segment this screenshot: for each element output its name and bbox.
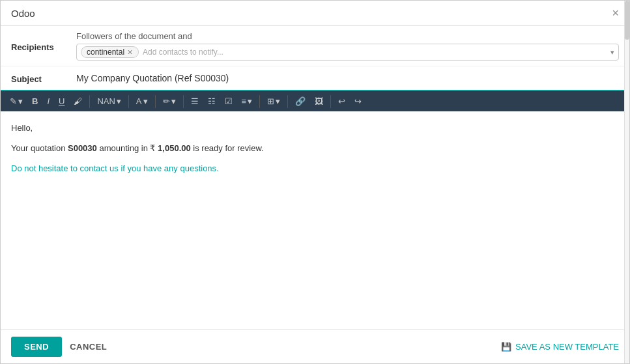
toolbar-brush-button[interactable]: 🖌: [70, 94, 86, 109]
toolbar-separator-6: [287, 95, 288, 108]
editor-body-prefix: Your quotation: [11, 143, 68, 153]
undo-icon: ↩: [338, 96, 345, 106]
font-size-arrow: ▾: [143, 96, 148, 106]
toolbar-underline-button[interactable]: U: [55, 94, 68, 109]
toolbar-separator-5: [259, 95, 260, 108]
toolbar-bold-button[interactable]: B: [28, 94, 42, 109]
wrench-icon: ✎: [10, 96, 17, 106]
align-icon: ≡: [242, 96, 247, 106]
recipients-row: Recipients Followers of the document and…: [1, 26, 629, 66]
modal-title: Odoo: [11, 8, 35, 19]
toolbar-separator-7: [330, 95, 331, 108]
wrench-arrow: ▾: [18, 96, 23, 106]
recipient-tag: continental ✕: [81, 46, 139, 58]
dropdown-arrow-icon[interactable]: ▾: [610, 48, 614, 57]
ul-icon: ☰: [191, 96, 199, 106]
save-template-icon: 💾: [501, 342, 511, 352]
checklist-icon: ☑: [225, 96, 233, 106]
close-button[interactable]: ×: [612, 7, 619, 19]
send-button[interactable]: SEND: [11, 337, 62, 357]
toolbar-align-button[interactable]: ≡ ▾: [238, 94, 257, 109]
toolbar-checklist-button[interactable]: ☑: [221, 94, 236, 109]
toolbar-font-size-button[interactable]: A ▾: [132, 94, 152, 109]
email-editor[interactable]: Hello, Your quotation S00030 amounting i…: [1, 111, 629, 329]
modal-footer: SEND CANCEL 💾 SAVE AS NEW TEMPLATE: [1, 329, 629, 363]
toolbar-ol-button[interactable]: ☷: [204, 94, 220, 109]
brush-icon: 🖌: [74, 96, 82, 106]
editor-toolbar: ✎ ▾ B I U 🖌 NAN ▾ A ▾: [1, 91, 629, 111]
toolbar-link-button[interactable]: 🔗: [291, 94, 309, 109]
link-icon: 🔗: [295, 96, 306, 106]
toolbar-undo-button[interactable]: ↩: [334, 94, 349, 109]
toolbar-image-button[interactable]: 🖼: [311, 94, 327, 109]
toolbar-separator-1: [89, 95, 90, 108]
toolbar-wrench-button[interactable]: ✎ ▾: [6, 94, 27, 109]
subject-input[interactable]: [76, 72, 619, 85]
pen-arrow: ▾: [171, 96, 176, 106]
font-name-label: NAN: [97, 96, 115, 106]
save-template-button[interactable]: 💾 SAVE AS NEW TEMPLATE: [501, 342, 619, 352]
toolbar-ul-button[interactable]: ☰: [187, 94, 203, 109]
toolbar-table-button[interactable]: ⊞ ▾: [263, 94, 284, 109]
followers-text: Followers of the document and: [76, 31, 619, 41]
subject-row: Subject: [1, 66, 629, 91]
bold-icon: B: [32, 96, 38, 106]
contacts-placeholder[interactable]: Add contacts to notify...: [143, 48, 614, 57]
editor-body-amount: 1,050.00: [158, 143, 191, 153]
scrollbar-thumb[interactable]: [625, 1, 629, 40]
ol-icon: ☷: [208, 96, 216, 106]
toolbar-separator-4: [183, 95, 184, 108]
toolbar-pen-button[interactable]: ✏ ▾: [159, 94, 180, 109]
footer-left-actions: SEND CANCEL: [11, 337, 107, 357]
recipients-content: Followers of the document and continenta…: [76, 31, 619, 61]
toolbar-redo-button[interactable]: ↪: [351, 94, 365, 109]
pen-icon: ✏: [163, 96, 170, 106]
editor-body-suffix: is ready for review.: [191, 143, 264, 153]
scrollbar[interactable]: [624, 1, 629, 363]
tag-label: continental: [87, 48, 124, 57]
subject-label: Subject: [11, 72, 76, 84]
editor-body: Your quotation S00030 amounting in ₹ 1,0…: [11, 142, 619, 156]
toolbar-separator-3: [155, 95, 156, 108]
toolbar-italic-button[interactable]: I: [43, 94, 53, 109]
modal-header: Odoo ×: [1, 1, 629, 26]
editor-footer-line: Do not hesitate to contact us if you hav…: [11, 162, 619, 176]
modal-body: Recipients Followers of the document and…: [1, 26, 629, 329]
font-size-label: A: [136, 96, 142, 106]
toolbar-separator-2: [128, 95, 129, 108]
italic-icon: I: [47, 96, 50, 106]
font-name-arrow: ▾: [117, 96, 121, 106]
editor-body-middle: amounting in ₹: [97, 143, 158, 153]
image-icon: 🖼: [315, 96, 323, 106]
editor-greeting: Hello,: [11, 122, 619, 135]
modal-dialog: Odoo × Recipients Followers of the docum…: [0, 0, 630, 364]
align-arrow: ▾: [248, 96, 252, 106]
tags-input-row[interactable]: continental ✕ Add contacts to notify... …: [76, 44, 619, 61]
table-icon: ⊞: [267, 96, 274, 106]
editor-body-bold: S00030: [68, 143, 97, 153]
recipients-label: Recipients: [11, 40, 76, 52]
underline-icon: U: [59, 96, 64, 106]
save-template-label: SAVE AS NEW TEMPLATE: [515, 342, 619, 352]
table-arrow: ▾: [276, 96, 280, 106]
toolbar-font-name-button[interactable]: NAN ▾: [93, 94, 124, 109]
cancel-button[interactable]: CANCEL: [70, 342, 107, 352]
tag-remove-icon[interactable]: ✕: [127, 48, 133, 57]
redo-icon: ↪: [354, 96, 362, 106]
